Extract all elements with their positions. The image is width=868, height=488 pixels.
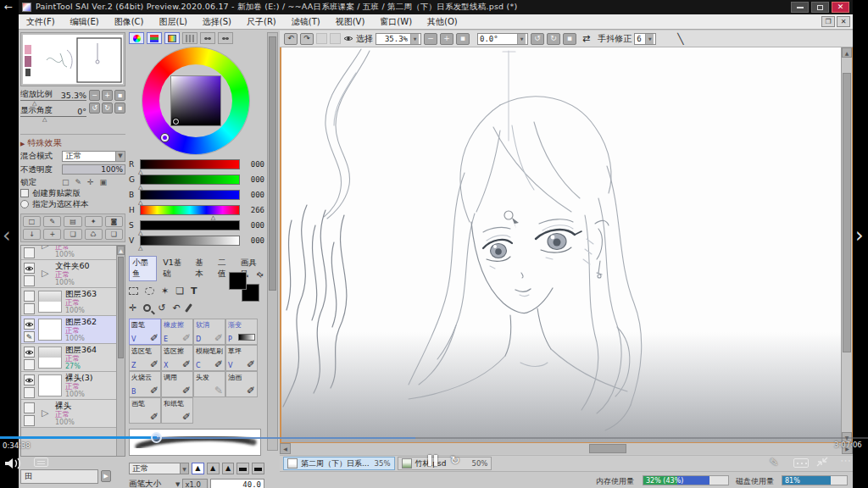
hue-marker[interactable] [161,134,169,141]
rotate-canvas-tool-icon[interactable]: ↺ [158,302,165,313]
layer-visibility-toggle[interactable] [24,245,35,246]
scrollbar-thumb[interactable] [843,73,851,352]
brush-tab-xiaomoyu[interactable]: 小墨鱼 [129,256,157,281]
close-button[interactable]: ✕ [832,2,849,13]
stabilizer-combo[interactable]: 6▼ [634,33,656,45]
stroke-style-icon[interactable]: ╲ [677,33,683,45]
text-tool-icon[interactable]: T [191,286,198,297]
zoom-percent-combo[interactable]: 35.3%▼ [376,33,421,45]
opacity-slider[interactable]: 100% [62,164,125,175]
scrollbar-thumb[interactable] [269,36,276,291]
clipping-mask-checkbox[interactable] [20,189,29,197]
doc-close-button[interactable]: ✕ [837,16,850,27]
h-slider[interactable]: △ [140,205,240,215]
player-back-icon[interactable]: ← [4,1,13,13]
player-next-icon[interactable]: › [855,225,864,246]
scrollbar-thumb[interactable] [589,444,626,453]
reset-view-tool-icon[interactable]: ↶ [172,302,180,313]
lock-opacity-icon[interactable]: □ [62,178,70,186]
player-playhead[interactable] [151,432,162,443]
navigator-preview[interactable] [20,32,125,86]
brush-item-paintbrush[interactable]: 画笔✐ [129,397,161,424]
brush-tip-3[interactable]: ▲ [222,463,235,474]
r-slider[interactable]: △ [140,159,240,169]
blend-mode-select[interactable]: 正常 ▼ [62,151,125,162]
lock-pen-icon[interactable]: ✎ [75,178,82,186]
layer-row-362-selected[interactable]: ✎ 图层362正常100% [21,316,116,344]
maximize-button[interactable] [811,2,829,13]
zoom-tool-icon[interactable] [143,304,151,312]
scroll-up-icon[interactable]: ▲ [842,47,852,58]
brush-item-eraser[interactable]: 橡皮擦E✐ [161,319,193,345]
canvas-viewport[interactable]: ▲ ▼ [280,47,853,442]
zoom-out-button[interactable]: − [89,90,100,101]
layer-secondary-box[interactable] [24,387,35,398]
special-effects-section[interactable]: ▶特殊效果 [20,134,125,149]
brush-item-soft-eraser[interactable]: 软消D✐ [193,319,225,345]
g-slider[interactable]: △ [140,175,240,185]
pause-icon[interactable] [428,455,437,466]
subtitle-icon[interactable] [34,458,48,467]
rect-select-tool-icon[interactable] [129,287,138,295]
scroll-left-icon[interactable]: ◀ [280,443,291,454]
brush-item-hair[interactable]: 头发✎ [193,371,225,397]
chevron-down-icon[interactable]: ▼ [175,481,180,488]
merge-down-button[interactable]: ↓ [23,229,41,240]
layer-secondary-box[interactable] [24,247,35,258]
magic-wand-tool-icon[interactable]: ✶ [161,286,169,297]
menu-select[interactable]: 选择(S) [195,14,239,30]
menu-view[interactable]: 视图(V) [328,14,373,30]
brush-tab-v1-basic[interactable]: V1基础 [160,257,189,280]
rotate-cw-button[interactable]: ↻ [102,103,113,114]
folder-expand-icon[interactable]: ▷ [42,268,48,279]
zoom-in-button[interactable]: + [102,90,113,101]
rotate-reset-button[interactable]: ▪ [114,103,125,114]
panel-scrollbar[interactable] [267,32,278,451]
layer-list-scrollbar[interactable]: ▲ [116,246,125,456]
menu-layer[interactable]: 图层(L) [151,14,194,30]
brush-item-oil-paint[interactable]: 油画✐ [225,371,258,397]
zoom-reset-button[interactable]: ▪ [456,33,470,45]
layer-row-364[interactable]: 图层364正常27% [21,344,116,372]
redo-button[interactable]: ↷ [300,33,314,45]
shape-tool-icon[interactable]: ❏ [175,286,184,297]
folder-expand-icon[interactable]: ▷ [42,408,48,419]
layer-row-bare-head-3[interactable]: 裸头(3)正常100% [21,372,116,400]
layer-row-folder[interactable]: ▷ 文件夹正常100% [21,245,116,260]
brush-item-gradient[interactable]: 渐变P [225,319,258,345]
layer-paint-indicator[interactable]: ✎ [24,331,35,342]
folder-expand-icon[interactable]: ▷ [42,245,48,251]
layer-row-folder60[interactable]: ▷ 文件夹60正常100% [21,260,116,288]
exit-fullscreen-icon[interactable] [815,455,829,471]
brush-item-caoping[interactable]: 草坪V✐ [225,345,258,371]
layer-row-bare-head-folder[interactable]: ▷ 裸头正常100% [21,400,116,428]
brush-tip-4[interactable] [236,463,249,474]
swatches-toggle[interactable] [200,32,215,44]
selection-source-row[interactable]: 指定为选区样本 [20,199,125,210]
saturation-value-square[interactable] [171,76,220,125]
zoom-ratio-slider[interactable]: 缩放比例 35.3% [20,90,86,101]
brush-item-diaoyong[interactable]: 调用✐ [161,371,193,397]
color-history-swatch-1[interactable] [316,33,327,44]
layer-mask-button[interactable]: ◙ [105,216,123,227]
skip-30-icon[interactable]: ↻ [450,453,460,467]
scrollbar-track[interactable] [291,443,842,454]
lock-all-icon[interactable]: ▣ [100,178,108,186]
layer-row-363[interactable]: 图层363正常100% [21,288,116,316]
view-angle-slider[interactable]: 显示角度 0° [20,106,86,117]
rotate-ccw-button[interactable]: ↺ [89,103,100,114]
canvas-horizontal-scrollbar[interactable]: ◀ ▶ [280,442,853,454]
brush-item-selection-pen[interactable]: 选区笔Z✐ [129,345,161,371]
layer-visibility-toggle[interactable] [24,374,35,385]
menu-image[interactable]: 图像(C) [107,14,152,30]
brush-tip-5[interactable] [252,463,264,474]
brush-tab-basic[interactable]: 基本 [192,257,212,280]
v-slider[interactable]: △ [140,236,240,246]
rgb-slider-toggle[interactable] [147,32,162,44]
menu-filter[interactable]: 滤镜(T) [284,14,328,30]
copy-layer-button[interactable]: ❏ [64,229,81,240]
brush-item-huoshaoyun[interactable]: 火烧云B✐ [129,371,161,397]
volume-icon[interactable] [5,457,24,473]
doc-restore-button[interactable]: ❐ [821,16,835,27]
layer-visibility-toggle[interactable] [24,263,35,274]
